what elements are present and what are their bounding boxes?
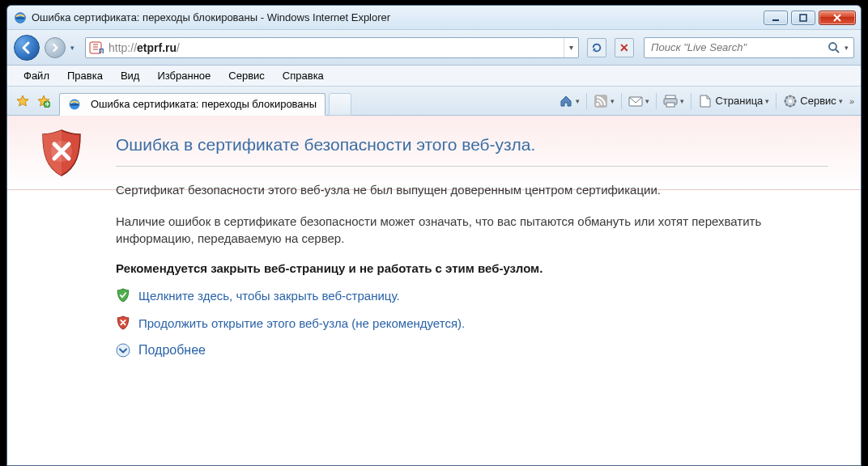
menu-favorites[interactable]: Избранное (149, 67, 219, 84)
nav-bar: ▾ П http://etprf.ru/ ▾ ✕ ▾ (7, 30, 861, 66)
site-icon: П (89, 40, 105, 55)
more-info-row: Подробнее (116, 343, 828, 358)
svg-rect-18 (666, 103, 674, 107)
search-box[interactable]: ▾ (644, 37, 854, 58)
add-favorite-button[interactable]: + (35, 92, 53, 110)
menu-file[interactable]: Файл (15, 67, 57, 84)
shield-error-icon (40, 129, 83, 177)
shield-ok-icon (116, 288, 130, 303)
error-title: Ошибка в сертификате безопасности этого … (116, 129, 828, 166)
search-dropdown[interactable]: ▾ (845, 44, 849, 52)
svg-rect-13 (594, 95, 607, 108)
feeds-button[interactable]: ▾ (590, 92, 618, 110)
more-info-link[interactable]: Подробнее (138, 343, 206, 358)
svg-line-8 (836, 49, 839, 53)
continue-option: Продолжить открытие этого веб-узла (не р… (116, 316, 828, 330)
tab-label: Ошибка сертификата: переходы блокированы (91, 98, 317, 110)
refresh-button[interactable] (587, 38, 606, 57)
tab-active[interactable]: Ошибка сертификата: переходы блокированы (59, 93, 326, 116)
shield-warn-icon (116, 316, 130, 330)
tools-menu[interactable]: Сервис ▾ (780, 92, 846, 110)
nav-history-dropdown[interactable]: ▾ (70, 44, 80, 52)
home-button[interactable]: ▾ (555, 92, 583, 110)
svg-point-20 (789, 99, 793, 103)
ie-logo-icon (68, 98, 81, 111)
svg-rect-12 (70, 104, 79, 105)
error-recommendation: Рекомендуется закрыть веб-страницу и не … (116, 261, 828, 275)
continue-link[interactable]: Продолжить открытие этого веб-узла (не р… (138, 316, 465, 330)
titlebar: Ошибка сертификата: переходы блокированы… (7, 6, 861, 30)
search-icon[interactable] (827, 41, 841, 54)
address-prefix: http:// (108, 41, 137, 54)
toolbar-overflow[interactable]: » (849, 96, 854, 106)
search-input[interactable] (649, 40, 827, 54)
tools-menu-label: Сервис (800, 95, 836, 107)
svg-point-14 (596, 103, 599, 106)
svg-line-28 (786, 104, 788, 105)
address-suffix: / (177, 41, 564, 54)
close-page-option: Щелкните здесь, чтобы закрыть веб-страни… (116, 288, 828, 303)
new-tab-button[interactable] (329, 93, 351, 116)
svg-point-7 (829, 43, 836, 50)
address-bar[interactable]: П http://etprf.ru/ ▾ (85, 37, 579, 58)
svg-line-25 (786, 96, 788, 98)
svg-rect-4 (800, 15, 806, 21)
page-content: Ошибка в сертификате безопасности этого … (7, 116, 861, 466)
svg-line-26 (794, 104, 795, 105)
back-button[interactable] (14, 35, 40, 61)
close-page-link[interactable]: Щелкните здесь, чтобы закрыть веб-страни… (138, 289, 400, 303)
close-button[interactable] (819, 11, 856, 25)
minimize-button[interactable] (764, 11, 788, 25)
window: Ошибка сертификата: переходы блокированы… (6, 5, 862, 466)
divider (116, 166, 828, 167)
gear-icon (783, 94, 798, 108)
command-bar: + Ошибка сертификата: переходы блокирова… (7, 87, 861, 116)
maximize-button[interactable] (791, 11, 815, 25)
menu-edit[interactable]: Правка (59, 67, 111, 84)
address-dropdown[interactable]: ▾ (564, 38, 578, 57)
menu-help[interactable]: Справка (274, 67, 332, 84)
print-icon (663, 94, 678, 108)
feeds-icon (594, 94, 608, 108)
forward-button[interactable] (45, 37, 66, 58)
menu-view[interactable]: Вид (113, 67, 148, 84)
page-menu-label: Страница (715, 95, 763, 107)
page-menu[interactable]: Страница ▾ (695, 92, 772, 110)
mail-icon (628, 94, 643, 108)
svg-text:+: + (45, 100, 50, 108)
svg-text:П: П (99, 47, 104, 55)
window-title: Ошибка сертификата: переходы блокированы… (32, 11, 764, 23)
svg-rect-2 (16, 17, 24, 19)
svg-rect-16 (666, 95, 675, 99)
menu-bar: Файл Правка Вид Избранное Сервис Справка (7, 66, 861, 87)
svg-rect-3 (772, 19, 779, 21)
home-icon (559, 94, 573, 108)
stop-button[interactable]: ✕ (615, 38, 634, 57)
chevron-down-circle-icon (116, 343, 130, 358)
menu-tools[interactable]: Сервис (220, 67, 273, 84)
address-host: etprf.ru (137, 41, 177, 54)
error-paragraph-2: Наличие ошибок в сертификате безопасност… (116, 213, 828, 247)
read-mail-button[interactable]: ▾ (625, 92, 653, 110)
page-icon (698, 94, 713, 108)
ie-logo-icon (14, 11, 27, 24)
svg-line-27 (794, 96, 795, 98)
svg-point-30 (117, 344, 130, 357)
window-controls (764, 11, 856, 25)
error-paragraph-1: Сертификат безопасности этого веб-узла н… (116, 181, 828, 198)
print-button[interactable]: ▾ (660, 92, 687, 110)
favorites-center-button[interactable] (14, 92, 32, 110)
